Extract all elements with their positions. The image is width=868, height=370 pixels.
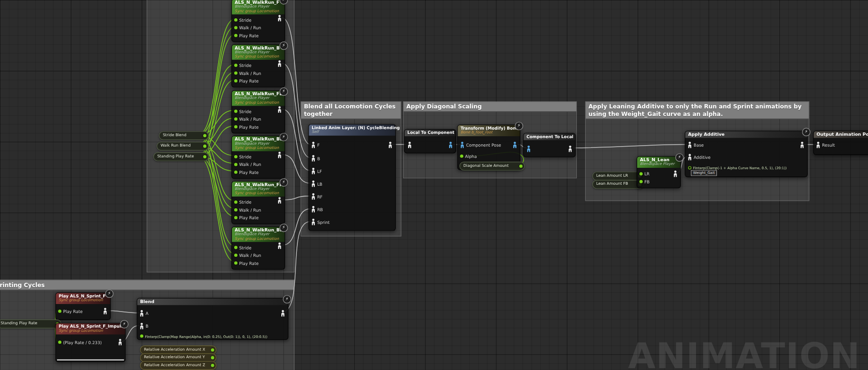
node-als-n-walkrun-b[interactable]: ALS_N_WalkRun_B Blendspace Player Sync g… xyxy=(231,44,285,88)
variable-stride-blend[interactable]: Stride Blend xyxy=(159,131,209,140)
pose-input-pin[interactable] xyxy=(526,146,531,152)
pose-output-pin[interactable] xyxy=(800,142,804,148)
node-subtitle: Self xyxy=(311,130,393,134)
output-pin[interactable] xyxy=(519,164,523,167)
pin-play-rate[interactable]: Play Rate xyxy=(234,259,285,267)
fast-path-icon: ⚡ xyxy=(279,133,288,141)
float-pin-icon xyxy=(234,79,237,82)
sync-group-label: Sync group Locomotion xyxy=(235,146,282,150)
pin-walk-run[interactable]: Walk / Run xyxy=(234,161,285,168)
pin-walk-run[interactable]: Walk / Run xyxy=(234,251,285,259)
curve-name-field[interactable]: Weight_Gait xyxy=(691,170,717,176)
pose-output-pin[interactable] xyxy=(278,197,282,204)
pose-output-pin[interactable] xyxy=(278,15,282,22)
pin-lb[interactable]: LB xyxy=(311,181,322,187)
playback-progress-bar xyxy=(57,359,124,360)
pin-rf[interactable]: RF xyxy=(311,193,322,200)
pose-output-pin[interactable] xyxy=(673,171,677,177)
pin-walk-run[interactable]: Walk / Run xyxy=(234,24,285,32)
node-title: Apply Additive xyxy=(688,132,804,137)
node-title: Linked Anim Layer: (N) CycleBlending xyxy=(311,125,393,130)
output-pin[interactable] xyxy=(211,363,214,367)
node-blend[interactable]: Blend A B FInterp(Clamp(Map Range(Alpha,… xyxy=(137,298,288,340)
pin-alpha[interactable]: Alpha xyxy=(460,153,477,159)
pin-lf[interactable]: LF xyxy=(311,168,322,174)
pose-output-pin[interactable] xyxy=(278,152,282,158)
pin-walk-run[interactable]: Walk / Run xyxy=(234,206,285,214)
float-pin-icon xyxy=(140,335,143,338)
pin-component-pose[interactable]: Component Pose xyxy=(460,142,501,148)
pin-play-rate[interactable]: Play Rate xyxy=(234,77,285,84)
pin-base[interactable]: Base xyxy=(688,142,704,148)
pin-additive[interactable]: Additive xyxy=(688,154,711,161)
node-als-n-walkrun-br[interactable]: ALS_N_WalkRun_BR Blendspace Player Sync … xyxy=(231,226,285,270)
variable-diagonal-scale-amount[interactable]: Diagonal Scale Amount xyxy=(459,162,525,171)
pin-sprint[interactable]: Sprint xyxy=(311,219,329,225)
output-pin[interactable] xyxy=(211,356,214,359)
pin-play-rate[interactable]: Play Rate xyxy=(234,168,285,176)
variable-lean-amount-fb[interactable]: Lean Amount FB xyxy=(592,180,644,189)
node-component-to-local[interactable]: Component To Local xyxy=(523,133,576,157)
node-linked-anim-layer-cycleblending[interactable]: Linked Anim Layer: (N) CycleBlending Sel… xyxy=(308,124,396,231)
node-local-to-component[interactable]: Local To Component xyxy=(404,129,456,154)
pin-b[interactable]: B xyxy=(311,155,320,162)
sync-group-label: Sync group Locomotion xyxy=(59,329,123,333)
pose-output-pin[interactable] xyxy=(513,142,517,148)
variable-standing-play-rate[interactable]: Standing Play Rate xyxy=(153,152,208,161)
wires-layer xyxy=(0,0,868,370)
node-als-n-walkrun-fl[interactable]: ALS_N_WalkRun_FL Blendspace Player Sync … xyxy=(231,90,285,133)
pose-output-pin[interactable] xyxy=(281,310,285,317)
fast-path-icon: ⚡ xyxy=(283,295,291,304)
pin-play-rate[interactable]: Play Rate xyxy=(234,214,285,221)
pin-fb[interactable]: FB xyxy=(639,178,650,185)
pin-result[interactable]: Result xyxy=(816,142,835,148)
pin-walk-run[interactable]: Walk / Run xyxy=(234,115,285,123)
pose-output-pin[interactable] xyxy=(449,142,453,148)
node-play-als-n-sprint-f-impulse[interactable]: Play ALS_N_Sprint_F_Impulse Sync group L… xyxy=(55,323,125,362)
output-pin[interactable] xyxy=(203,155,206,158)
pin-play-rate[interactable]: Play Rate xyxy=(58,308,82,314)
pose-output-pin[interactable] xyxy=(103,308,107,314)
output-pin[interactable] xyxy=(203,134,206,137)
node-als-n-walkrun-f[interactable]: ALS_N_WalkRun_F Blendspace Player Sync g… xyxy=(231,0,285,42)
fast-path-icon: ⚡ xyxy=(279,178,288,187)
pin-f[interactable]: F xyxy=(311,142,319,148)
pose-output-pin[interactable] xyxy=(568,146,572,152)
output-pin[interactable] xyxy=(211,348,214,351)
pin-play-rate-expression[interactable]: (Play Rate / 0.233) xyxy=(58,339,102,345)
pin-play-rate[interactable]: Play Rate xyxy=(234,32,285,39)
pin-play-rate[interactable]: Play Rate xyxy=(234,123,285,131)
pin-alpha-expression[interactable]: FInterp(Clamp(Map Range(Alpha, in(0: 0.2… xyxy=(140,333,267,339)
float-pin-icon xyxy=(234,254,237,257)
node-title: Local To Component xyxy=(408,130,453,135)
node-apply-additive[interactable]: Apply Additive Base Additive FInterp(Cla… xyxy=(685,131,808,177)
float-pin-icon xyxy=(234,208,237,212)
pose-pin-icon xyxy=(311,142,315,148)
bone-label: Bone b_foot_root xyxy=(460,131,517,135)
pose-output-pin[interactable] xyxy=(388,142,392,148)
variable-standing-play-rate-2[interactable]: Standing Play Rate xyxy=(0,320,61,329)
variable-rel-accel-z[interactable]: Relative Acceleration Amount Z xyxy=(140,361,216,370)
pose-output-pin[interactable] xyxy=(278,60,282,67)
variable-lean-amount-lr[interactable]: Lean Amount LR xyxy=(592,172,644,181)
node-output-animation-pose[interactable]: Output Animation Pose Result xyxy=(813,131,868,155)
pose-input-pin[interactable] xyxy=(408,142,412,148)
anim-graph-canvas[interactable]: ANIMATION Blend all Locomotion Cycles to… xyxy=(0,0,868,370)
node-als-n-lean[interactable]: ALS_N_Lean Blendspace Player LR FB ⚡ xyxy=(637,156,681,188)
pin-rb[interactable]: RB xyxy=(311,206,323,213)
node-als-n-walkrun-bl[interactable]: ALS_N_WalkRun_BL Blendspace Player Sync … xyxy=(231,136,285,179)
pose-output-pin[interactable] xyxy=(278,107,282,113)
output-pin[interactable] xyxy=(203,144,206,148)
node-als-n-walkrun-fr[interactable]: ALS_N_WalkRun_FR Blendspace Player Sync … xyxy=(231,181,285,224)
pose-pin-icon xyxy=(139,310,144,317)
pin-a[interactable]: A xyxy=(139,310,148,317)
node-title: Blend xyxy=(140,299,285,304)
pose-output-pin[interactable] xyxy=(118,339,122,345)
pose-output-pin[interactable] xyxy=(278,243,282,249)
pin-lr[interactable]: LR xyxy=(639,171,650,177)
node-play-als-n-sprint-f[interactable]: Play ALS_N_Sprint_F Sync group Locomotio… xyxy=(55,292,110,320)
pose-pin-icon xyxy=(460,142,464,148)
pin-b[interactable]: B xyxy=(139,323,148,329)
variable-walk-run-blend[interactable]: Walk Run Blend xyxy=(156,142,208,151)
pin-walk-run[interactable]: Walk / Run xyxy=(234,69,285,77)
